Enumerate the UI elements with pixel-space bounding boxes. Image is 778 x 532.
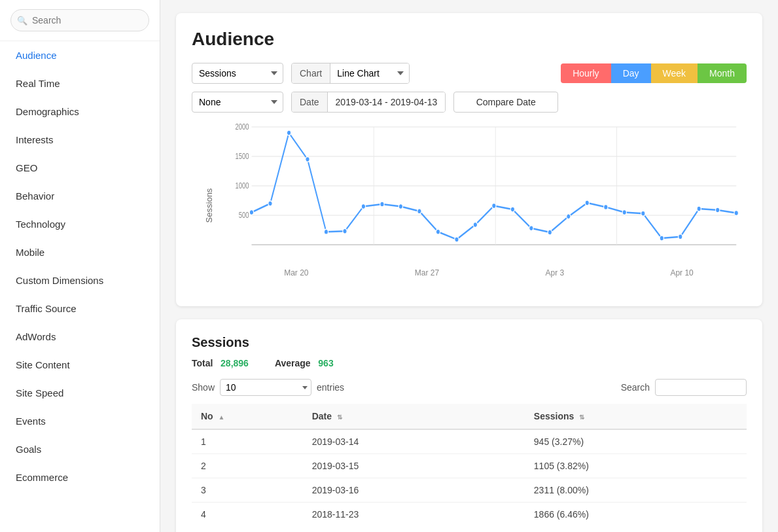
cell-sessions: 1105 (3.82%)	[525, 454, 747, 478]
average-label: Average	[275, 358, 311, 368]
data-table: No ▲ Date ⇅ Sessions ⇅ 1 2019-03-14 945 …	[192, 404, 747, 526]
x-label-mar20: Mar 20	[284, 268, 308, 277]
chart-x-labels: Mar 20 Mar 27 Apr 3 Apr 10	[231, 264, 747, 277]
table-header-row: No ▲ Date ⇅ Sessions ⇅	[192, 404, 747, 429]
sidebar-item-ecommerce[interactable]: Ecommerce	[0, 463, 160, 491]
breakdown-select[interactable]: None	[192, 92, 283, 113]
cell-date: 2018-11-23	[303, 503, 525, 527]
compare-date-button[interactable]: Compare Date	[453, 92, 558, 113]
table-row: 1 2019-03-14 945 (3.27%)	[192, 429, 747, 454]
col-header-sessions[interactable]: Sessions ⇅	[525, 404, 747, 429]
svg-point-37	[697, 206, 701, 211]
sessions-title: Sessions	[192, 335, 747, 350]
svg-point-13	[249, 210, 253, 215]
cell-no: 4	[192, 503, 303, 527]
sidebar: AudienceReal TimeDemographicsInterestsGE…	[0, 0, 160, 532]
svg-point-14	[268, 201, 272, 206]
cell-no: 3	[192, 478, 303, 503]
entries-control: Show 10 25 50 100 entries	[192, 379, 344, 396]
table-row: 4 2018-11-23 1866 (6.46%)	[192, 503, 747, 527]
table-controls: Show 10 25 50 100 entries Search	[192, 379, 747, 396]
svg-point-27	[510, 207, 514, 212]
total-stat: Total 28,896	[192, 358, 249, 368]
search-control: Search	[621, 379, 747, 396]
cell-no: 1	[192, 429, 303, 454]
sort-icon-date: ⇅	[337, 414, 342, 421]
svg-point-31	[585, 200, 589, 205]
chart-type-select[interactable]: Line Chart Bar Chart	[330, 63, 409, 83]
sidebar-item-behavior[interactable]: Behavior	[0, 182, 160, 210]
svg-point-28	[529, 226, 533, 231]
page-title: Audience	[192, 29, 747, 50]
svg-text:1500: 1500	[236, 152, 249, 160]
x-label-mar27: Mar 27	[415, 268, 439, 277]
sidebar-item-audience[interactable]: Audience	[0, 41, 160, 69]
cell-date: 2019-03-16	[303, 478, 525, 503]
sidebar-item-interests[interactable]: Interests	[0, 126, 160, 154]
sidebar-item-events[interactable]: Events	[0, 407, 160, 435]
search-input[interactable]	[10, 9, 149, 31]
week-button[interactable]: Week	[651, 63, 698, 83]
sidebar-item-goals[interactable]: Goals	[0, 435, 160, 463]
svg-point-32	[604, 204, 608, 209]
cell-date: 2019-03-14	[303, 429, 525, 454]
svg-point-26	[492, 204, 496, 209]
total-value: 28,896	[221, 358, 249, 368]
svg-point-36	[679, 234, 682, 239]
controls-row-2: None Date 2019-03-14 - 2019-04-13 Compar…	[192, 92, 747, 113]
entries-label: entries	[317, 382, 344, 393]
sort-icon-sessions: ⇅	[579, 414, 584, 421]
cell-date: 2019-03-15	[303, 454, 525, 478]
col-header-no[interactable]: No ▲	[192, 404, 303, 429]
sidebar-item-geo[interactable]: GEO	[0, 154, 160, 182]
svg-point-18	[343, 228, 347, 234]
svg-text:1000: 1000	[236, 181, 249, 190]
date-range-group: Date 2019-03-14 - 2019-04-13	[291, 92, 446, 113]
sidebar-item-traffic-source[interactable]: Traffic Source	[0, 294, 160, 323]
chart-area: 2000 1500 1000 500	[231, 120, 747, 264]
sidebar-item-custom-dimensions[interactable]: Custom Dimensions	[0, 266, 160, 294]
cell-sessions: 1866 (6.46%)	[525, 503, 747, 527]
table-row: 2 2019-03-15 1105 (3.82%)	[192, 454, 747, 478]
sidebar-item-adwords[interactable]: AdWords	[0, 323, 160, 351]
sidebar-item-mobile[interactable]: Mobile	[0, 238, 160, 266]
chart-y-label: Sessions	[204, 188, 214, 223]
table-search-input[interactable]	[655, 379, 747, 396]
svg-text:2000: 2000	[236, 122, 249, 131]
svg-text:500: 500	[239, 211, 249, 219]
search-label: Search	[621, 382, 650, 393]
metric-select[interactable]: Sessions Users Pageviews	[192, 63, 283, 84]
svg-point-20	[380, 202, 384, 207]
svg-point-38	[716, 207, 720, 213]
chart-container: Sessions 2000 1500 1000 500	[192, 120, 747, 291]
svg-point-34	[641, 211, 645, 216]
table-row: 3 2019-03-16 2311 (8.00%)	[192, 478, 747, 503]
main-content: Audience Sessions Users Pageviews Chart …	[160, 0, 778, 532]
day-button[interactable]: Day	[611, 63, 651, 83]
svg-point-30	[567, 214, 571, 219]
sidebar-item-demographics[interactable]: Demographics	[0, 98, 160, 126]
col-header-date[interactable]: Date ⇅	[303, 404, 525, 429]
sessions-stats: Total 28,896 Average 963	[192, 358, 747, 368]
date-label: Date	[292, 92, 328, 112]
sidebar-item-technology[interactable]: Technology	[0, 210, 160, 238]
average-stat: Average 963	[275, 358, 334, 368]
sidebar-item-site-content[interactable]: Site Content	[0, 351, 160, 379]
sidebar-item-real-time[interactable]: Real Time	[0, 69, 160, 98]
chart-label: Chart	[292, 63, 330, 83]
hourly-button[interactable]: Hourly	[561, 63, 610, 83]
total-label: Total	[192, 358, 213, 368]
chart-card: Audience Sessions Users Pageviews Chart …	[176, 13, 762, 306]
svg-point-21	[398, 204, 402, 209]
sidebar-item-site-speed[interactable]: Site Speed	[0, 379, 160, 407]
cell-sessions: 945 (3.27%)	[525, 429, 747, 454]
svg-point-29	[548, 230, 552, 235]
average-value: 963	[318, 358, 333, 368]
svg-point-25	[473, 222, 477, 227]
sessions-card: Sessions Total 28,896 Average 963 Show 1…	[176, 319, 762, 532]
month-button[interactable]: Month	[698, 63, 747, 83]
chart-type-group: Chart Line Chart Bar Chart	[291, 63, 410, 84]
cell-no: 2	[192, 454, 303, 478]
entries-select[interactable]: 10 25 50 100	[220, 379, 311, 396]
cell-sessions: 2311 (8.00%)	[525, 478, 747, 503]
